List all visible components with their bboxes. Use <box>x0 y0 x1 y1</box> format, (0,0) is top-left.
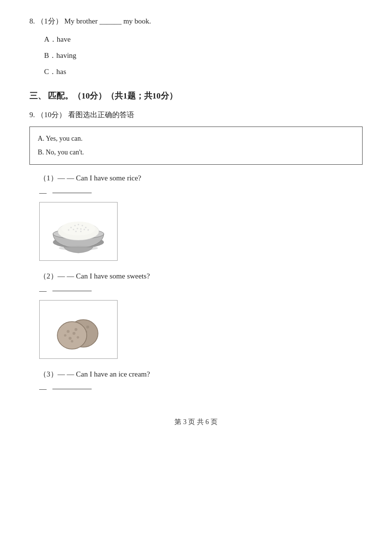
q8-option-c: C．has <box>44 65 363 78</box>
sub-q1-number: （1）— <box>39 174 65 182</box>
sub-q3-text: — Can I have an ice cream? <box>67 370 150 378</box>
question-9: 9. （10分） 看图选出正确的答语 A. Yes, you can. B. N… <box>29 108 363 393</box>
svg-point-11 <box>80 228 82 230</box>
svg-point-14 <box>88 229 89 231</box>
svg-point-24 <box>57 322 87 349</box>
svg-point-6 <box>78 224 79 226</box>
q9-number: 9. <box>29 111 35 119</box>
q9-instruction: 看图选出正确的答语 <box>68 111 134 119</box>
svg-point-13 <box>68 229 70 231</box>
q8-score: （1分） <box>37 17 63 25</box>
sub-q2-answer-line: — <box>39 287 363 295</box>
q8-option-b: B．having <box>44 49 363 62</box>
q9-header: 9. （10分） 看图选出正确的答语 <box>29 108 363 122</box>
sub-question-3: （3）— — Can I have an ice cream? <box>39 368 363 381</box>
question-8: 8. （1分） My brother ______ my book. A．hav… <box>29 15 363 78</box>
svg-point-27 <box>69 337 72 340</box>
sub-q3-number: （3）— <box>39 370 65 378</box>
sub-q2-blank[interactable] <box>52 291 92 291</box>
cookies-svg <box>47 305 110 354</box>
svg-point-10 <box>77 228 78 229</box>
answer-option-b: B. No, you can't. <box>38 146 354 159</box>
q8-option-a: A．have <box>44 33 363 46</box>
sub-question-1: （1）— — Can I have some rice? <box>39 172 363 185</box>
sub-q3-blank[interactable] <box>52 389 92 389</box>
svg-point-3 <box>61 222 96 235</box>
sub-q1-text: — Can I have some rice? <box>67 174 141 182</box>
q8-content: My brother ______ my book. <box>64 17 151 25</box>
footer-text: 第 3 页 共 6 页 <box>174 418 218 426</box>
svg-point-4 <box>71 227 72 228</box>
svg-point-8 <box>85 227 87 228</box>
svg-point-7 <box>82 225 83 227</box>
svg-point-5 <box>74 225 76 227</box>
sub-question-2: （2）— — Can I have some sweets? <box>39 270 363 283</box>
svg-point-29 <box>71 340 74 343</box>
sub-q2-number: （2）— <box>39 272 65 280</box>
answer-options-box: A. Yes, you can. B. No, you can't. <box>29 126 363 165</box>
svg-point-30 <box>64 334 67 337</box>
svg-point-22 <box>86 326 89 328</box>
svg-point-31 <box>77 336 79 339</box>
svg-point-28 <box>74 328 77 331</box>
sub-q2-text: — Can I have some sweets? <box>67 272 150 280</box>
q8-text: 8. （1分） My brother ______ my book. <box>29 15 363 28</box>
rice-bowl-image <box>39 202 118 261</box>
svg-point-15 <box>75 231 77 232</box>
sub-q3-answer-line: — <box>39 385 363 393</box>
svg-point-9 <box>73 229 74 230</box>
section-3-header: 三、 匹配。（10分）（共1题；共10分） <box>29 90 363 101</box>
q8-number: 8. <box>29 17 35 25</box>
sub-q1-answer-line: — <box>39 189 363 197</box>
cookies-image <box>39 300 118 359</box>
rice-bowl-svg <box>47 207 110 256</box>
svg-point-12 <box>84 229 85 230</box>
q9-score: （10分） <box>37 111 66 119</box>
svg-point-25 <box>67 330 70 333</box>
sub-q1-blank[interactable] <box>52 193 92 193</box>
svg-point-16 <box>80 231 82 232</box>
answer-option-a: A. Yes, you can. <box>38 132 354 146</box>
page-footer: 第 3 页 共 6 页 <box>29 418 363 427</box>
svg-point-26 <box>73 332 75 335</box>
